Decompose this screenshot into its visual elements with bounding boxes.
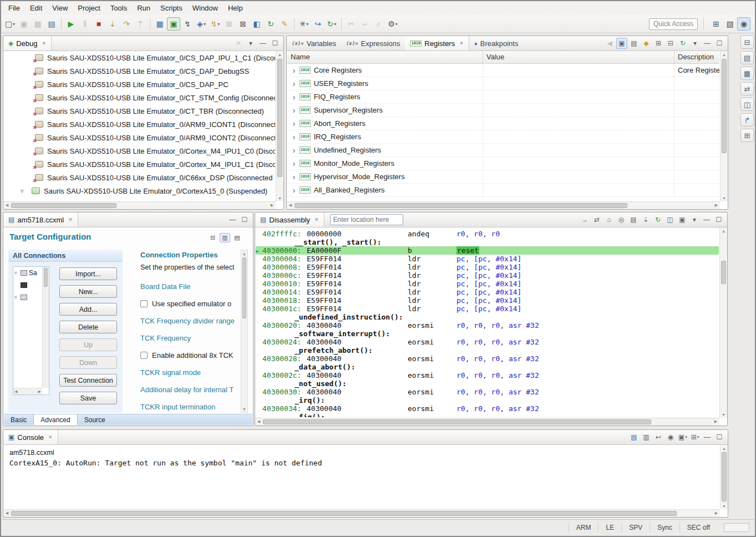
debug-tree-item[interactable]: Sauris SAU-XDS510-USB Lite Emulator_0/Co… — [4, 144, 275, 158]
tab-source[interactable]: Source — [78, 414, 112, 425]
status-sync[interactable]: Sync — [650, 523, 679, 533]
scroll-up-icon[interactable]: ▲ — [241, 250, 247, 257]
close-icon[interactable]: ✕ — [48, 434, 53, 440]
register-row[interactable]: ›1010IRQ_Registers — [287, 130, 719, 144]
scroll-right-icon[interactable]: ▶ — [713, 202, 720, 209]
property-board-data-file[interactable]: Board Data File — [140, 278, 236, 295]
disasm-instruction-row[interactable]: 402ffffc:00000000andeqr0, r0, r0 — [256, 230, 719, 238]
disasm-instruction-row[interactable]: 4030002c:40300040eorsmir0, r0, r0, asr #… — [256, 371, 719, 379]
maximize-icon[interactable]: ☐ — [239, 214, 250, 225]
show-error-log-icon[interactable]: ▥ — [641, 432, 652, 443]
scroll-left-icon[interactable]: ◀ — [3, 202, 11, 209]
pin-console-icon[interactable]: ◉ — [665, 432, 676, 443]
scroll-right-icon[interactable]: ▶ — [268, 202, 276, 209]
vertical-scrollbar[interactable]: ▲ ▼ — [720, 51, 728, 201]
register-row[interactable]: ›1010Core RegistersCore Registers — [287, 64, 719, 77]
frame-icon[interactable]: ⌐ — [358, 17, 372, 31]
layout-icon[interactable]: ▤ — [628, 38, 640, 49]
two-column-layout-icon[interactable]: ▥ — [220, 233, 230, 242]
back-icon[interactable]: ◀ — [604, 38, 615, 49]
console-output[interactable]: am5718.ccxmlCortexA15_0: AutoRun: Target… — [4, 445, 719, 509]
menu-run[interactable]: Run — [132, 2, 155, 14]
debug-tree-item[interactable]: Sauris SAU-XDS510-USB Lite Emulator_0/CT… — [4, 104, 275, 118]
scroll-up-icon[interactable]: ▲ — [720, 227, 727, 234]
scroll-thumb[interactable] — [722, 452, 727, 501]
scroll-down-icon[interactable]: ▼ — [241, 406, 247, 412]
trace-icon[interactable]: ⊠ — [236, 17, 250, 31]
disasm-label-row[interactable]: _not_used(): — [256, 379, 719, 388]
disasm-instruction-row[interactable]: 40300010:E59FF014ldrpc, [pc, #0x14] — [256, 280, 719, 288]
enable-additional-8x-tck-checkbox[interactable] — [140, 352, 148, 359]
debug-tree-item[interactable]: Sauris SAU-XDS510-USB Lite Emulator_0/Co… — [4, 158, 275, 171]
jump-icon[interactable]: ↪ — [311, 17, 324, 31]
tab-debug[interactable]: ◈ Debug ✕ — [3, 36, 52, 50]
scroll-left-icon[interactable]: ◀ — [3, 510, 11, 516]
copy-view-icon[interactable]: ▤ — [628, 214, 639, 225]
register-row[interactable]: ›1010Undefined_Registers — [287, 144, 719, 157]
debug-tree-item[interactable]: ▿Sauris SAU-XDS510-USB Lite Emulator_0/C… — [4, 184, 275, 197]
horizontal-scrollbar[interactable]: ◀ ▶ — [3, 201, 276, 209]
close-icon[interactable]: ✕ — [314, 217, 319, 222]
register-row[interactable]: ›1010Hypervisor_Mode_Registers — [287, 170, 719, 184]
show-console-output-icon[interactable]: ▤ — [628, 432, 640, 443]
scroll-right-icon[interactable]: ▶ — [713, 510, 720, 516]
save-icon[interactable]: ▣ — [17, 17, 31, 31]
minimize-icon[interactable]: — — [701, 214, 712, 225]
terminate-icon[interactable]: ■ — [92, 17, 105, 31]
trace-off-icon[interactable]: ⊠ — [222, 17, 236, 31]
project-explorer-shortcut-icon[interactable]: ▤ — [740, 51, 754, 64]
horizontal-scrollbar[interactable]: ◀ ▶ — [255, 418, 719, 425]
register-row[interactable]: ›1010USER_Registers — [287, 77, 719, 90]
open-console-icon[interactable]: ⊞▾ — [689, 432, 701, 443]
menu-edit[interactable]: Edit — [25, 2, 47, 14]
maximize-icon[interactable]: ☐ — [714, 432, 725, 443]
minimize-icon[interactable]: — — [702, 38, 713, 49]
status-spv[interactable]: SPV — [621, 523, 650, 533]
restore-debug-icon[interactable]: ↯ — [181, 17, 194, 31]
debug-tree-item[interactable]: Sauris SAU-XDS510-USB Lite Emulator_0/AR… — [4, 118, 275, 131]
new-view-icon[interactable]: ◫ — [664, 214, 676, 225]
scroll-right-icon[interactable]: ▶ — [38, 389, 41, 394]
disasm-instruction-row[interactable]: 40300004:E59FF014ldrpc, [pc, #0x14] — [256, 255, 719, 263]
quick-access-button[interactable]: Quick Access — [649, 18, 698, 30]
disasm-label-row[interactable]: _data_abort(): — [256, 363, 719, 371]
scroll-thumb[interactable] — [722, 59, 727, 153]
minimize-icon[interactable]: — — [227, 214, 238, 225]
vertical-scrollbar[interactable]: ▲ ▼ — [276, 51, 283, 201]
column-header-value[interactable]: Value — [483, 51, 674, 63]
restore-views-icon[interactable]: ⊟ — [740, 36, 754, 49]
expand-icon[interactable]: › — [290, 145, 298, 155]
connect-target-icon[interactable]: ▣ — [167, 17, 180, 31]
scroll-thumb[interactable] — [295, 203, 627, 208]
menu-view[interactable]: View — [47, 2, 73, 14]
status-arm[interactable]: ARM — [569, 523, 598, 533]
remove-all-terminated-icon[interactable]: ✕ — [233, 38, 244, 49]
scroll-down-icon[interactable]: ▼ — [276, 195, 283, 201]
scroll-up-icon[interactable]: ▲ — [721, 445, 728, 452]
vertical-scrollbar[interactable]: ▲ ▼ — [719, 227, 727, 418]
disasm-instruction-row[interactable]: 40300028:40300040eorsmir0, r0, r0, asr #… — [256, 354, 719, 363]
pin-view-icon[interactable]: ▣ — [677, 214, 688, 225]
status-le[interactable]: LE — [598, 523, 621, 533]
save-all-icon[interactable]: ▦ — [31, 17, 44, 31]
reset-icon[interactable]: ↻▾ — [325, 17, 338, 31]
collapse-form-icon[interactable]: ⊟ — [207, 233, 218, 242]
vertical-scrollbar[interactable]: ▲ ▼ — [241, 250, 248, 413]
property-link[interactable]: TCKR signal mode — [140, 368, 201, 377]
disasm-instruction-row[interactable]: 4030001c:E59FF014ldrpc, [pc, #0x14] — [256, 305, 719, 313]
scroll-up-icon[interactable]: ▲ — [721, 51, 728, 58]
disasm-label-row[interactable]: _fiq(): — [256, 413, 719, 417]
refresh-icon[interactable]: ↻ — [652, 214, 663, 225]
expander-icon[interactable]: ▿ — [14, 270, 21, 276]
property-tckr-signal-mode[interactable]: TCKR signal mode — [140, 364, 236, 381]
disassembly-body[interactable]: 402ffffc:00000000andeqr0, r0, r0__start(… — [256, 227, 719, 417]
tab-console[interactable]: ▣ Console ✕ — [3, 430, 58, 444]
scroll-up-icon[interactable]: ▲ — [276, 51, 283, 58]
up-button[interactable]: Up — [59, 338, 117, 351]
home-icon[interactable]: ⌂ — [603, 214, 615, 225]
disasm-instruction-row[interactable]: 40300020:40300040eorsmir0, r0, r0, asr #… — [256, 321, 719, 330]
vertical-scrollbar[interactable]: ▲ ▼ — [720, 445, 728, 509]
scroll-down-icon[interactable]: ▼ — [720, 411, 727, 418]
debug-tree-item[interactable]: Sauris SAU-XDS510-USB Lite Emulator_0/CS… — [4, 64, 275, 78]
scroll-thumb[interactable] — [242, 257, 246, 318]
